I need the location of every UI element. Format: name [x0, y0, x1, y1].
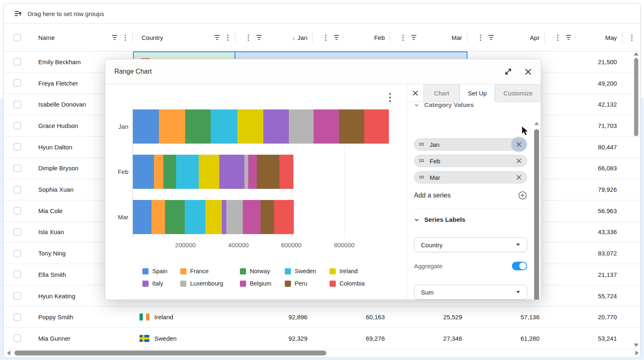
legend-item[interactable]: Belgium: [240, 280, 271, 287]
legend-item[interactable]: Spain: [142, 268, 167, 274]
row-checkbox[interactable]: [14, 207, 21, 214]
column-header-feb[interactable]: Feb: [313, 24, 390, 51]
panel-scroll-thumb[interactable]: [534, 129, 539, 300]
value-cell[interactable]: 21,137: [545, 264, 622, 285]
scroll-right-arrow[interactable]: [635, 351, 639, 355]
scroll-down-arrow[interactable]: [634, 344, 639, 347]
category-chip-mar[interactable]: Mar: [414, 171, 527, 183]
remove-chip-icon[interactable]: [516, 174, 522, 180]
select-all-checkbox[interactable]: [14, 34, 21, 41]
filter-icon[interactable]: [411, 35, 416, 40]
bar-segment-ireland[interactable]: [237, 109, 263, 144]
bar-segment-belgium[interactable]: [243, 200, 260, 234]
bar-segment-luxembourg[interactable]: [226, 200, 243, 234]
bar-segment-norway[interactable]: [185, 109, 211, 144]
drag-handle-icon[interactable]: [419, 143, 424, 146]
value-cell[interactable]: 42,132: [545, 94, 622, 115]
value-cell[interactable]: 25,529: [390, 307, 467, 327]
horizontal-scroll-thumb[interactable]: [14, 351, 326, 355]
value-cell[interactable]: 92,896: [235, 307, 313, 327]
chart-menu-icon[interactable]: [388, 91, 393, 104]
filter-icon[interactable]: [566, 35, 571, 40]
column-header-next[interactable]: [622, 24, 640, 51]
bar-segment-ireland[interactable]: [205, 200, 222, 234]
bar-segment-belgium[interactable]: [314, 109, 339, 144]
stacked-bar-jan[interactable]: [133, 109, 389, 144]
filter-icon[interactable]: [214, 35, 220, 40]
horizontal-scrollbar[interactable]: [5, 349, 632, 357]
bar-segment-ireland[interactable]: [199, 155, 219, 189]
row-checkbox[interactable]: [14, 143, 21, 151]
maximize-icon[interactable]: [504, 67, 512, 76]
legend-item[interactable]: Italy: [142, 280, 163, 287]
row-checkbox[interactable]: [14, 292, 21, 300]
bar-segment-italy[interactable]: [222, 200, 226, 234]
row-checkbox[interactable]: [14, 79, 21, 87]
row-group-drop-zone[interactable]: Drag here to set row groups: [4, 4, 640, 24]
value-cell[interactable]: 21,500: [545, 51, 622, 72]
value-cell[interactable]: 69,276: [313, 328, 390, 349]
bar-segment-luxembourg[interactable]: [289, 109, 314, 144]
category-chip-feb[interactable]: Feb: [414, 155, 527, 167]
column-menu-icon[interactable]: [557, 35, 558, 41]
drag-handle-icon[interactable]: [419, 159, 424, 163]
plus-circle-icon[interactable]: [518, 191, 527, 200]
column-menu-icon[interactable]: [480, 35, 481, 41]
filter-icon[interactable]: [334, 35, 339, 40]
value-cell[interactable]: 71,703: [545, 115, 622, 136]
value-cell[interactable]: 61,280: [467, 328, 545, 349]
series-label-select[interactable]: Country: [414, 237, 527, 252]
remove-chip-icon[interactable]: [516, 158, 522, 164]
filter-icon[interactable]: [488, 35, 494, 40]
row-checkbox[interactable]: [14, 334, 21, 342]
column-menu-icon[interactable]: [248, 35, 249, 41]
table-row[interactable]: Mia GunnerSweden92,32969,27627,34661,280…: [4, 328, 640, 349]
value-cell[interactable]: 53,241: [545, 328, 622, 349]
bar-segment-italy[interactable]: [219, 155, 244, 189]
vertical-scrollbar[interactable]: [633, 51, 639, 348]
legend-item[interactable]: Ireland: [330, 268, 358, 274]
column-menu-icon[interactable]: [402, 35, 404, 41]
drag-handle-icon[interactable]: [419, 176, 424, 179]
bar-segment-peru[interactable]: [339, 109, 364, 144]
aggregate-toggle[interactable]: [512, 262, 527, 270]
bar-segment-peru[interactable]: [260, 200, 274, 234]
bar-segment-luxembourg[interactable]: [244, 155, 248, 189]
row-checkbox[interactable]: [14, 314, 21, 321]
legend-item[interactable]: Luxembourg: [180, 280, 223, 287]
bar-segment-italy[interactable]: [263, 109, 288, 144]
bar-segment-colombia[interactable]: [274, 200, 294, 234]
filter-icon[interactable]: [256, 35, 262, 40]
tab-set-up[interactable]: Set Up: [460, 84, 495, 102]
column-menu-icon[interactable]: [125, 35, 126, 41]
bar-segment-colombia[interactable]: [279, 155, 294, 189]
vertical-scroll-thumb[interactable]: [634, 58, 638, 136]
tab-chart[interactable]: Chart: [423, 84, 460, 102]
column-menu-icon[interactable]: [631, 35, 632, 41]
bar-segment-spain[interactable]: [133, 109, 159, 144]
column-header-may[interactable]: May: [545, 24, 622, 51]
table-row[interactable]: Poppy SmithIreland92,89660,16325,52957,1…: [4, 307, 640, 328]
bar-segment-colombia[interactable]: [364, 109, 389, 144]
value-cell[interactable]: 20,770: [545, 307, 622, 327]
dialog-title-bar[interactable]: Range Chart: [105, 59, 541, 84]
column-header-jan[interactable]: ↓ Jan: [235, 24, 313, 51]
bar-segment-sweden[interactable]: [176, 155, 199, 189]
category-values-section-header[interactable]: Category Values: [414, 102, 541, 111]
bar-segment-sweden[interactable]: [185, 200, 205, 234]
legend-item[interactable]: Norway: [240, 268, 270, 274]
aggregate-func-select[interactable]: Sum: [414, 285, 527, 300]
row-checkbox[interactable]: [14, 186, 21, 193]
bar-segment-norway[interactable]: [165, 200, 185, 234]
stacked-bar-feb[interactable]: [133, 155, 293, 189]
panel-close-button[interactable]: [407, 84, 423, 102]
country-cell[interactable]: Ireland: [133, 307, 235, 327]
row-checkbox[interactable]: [14, 122, 21, 129]
legend-item[interactable]: Peru: [285, 280, 307, 287]
column-header-apr[interactable]: Apr: [467, 24, 545, 51]
row-checkbox[interactable]: [14, 165, 21, 172]
close-icon[interactable]: [525, 68, 532, 75]
bar-segment-spain[interactable]: [133, 200, 151, 234]
bar-segment-sweden[interactable]: [211, 109, 237, 144]
value-cell[interactable]: 56,963: [545, 200, 622, 221]
